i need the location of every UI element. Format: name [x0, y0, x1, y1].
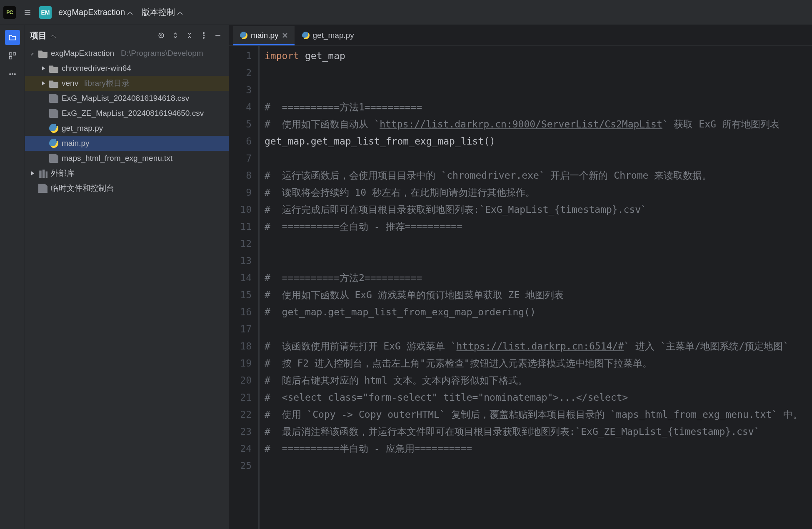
code-line[interactable]: # <select class="form-select" title="nom…	[265, 389, 812, 406]
code-line[interactable]: # ==========方法2==========	[265, 269, 812, 287]
tree-item-label: 外部库	[51, 168, 75, 179]
tree-item-label: ExG_MapList_20240816194618.csv	[62, 94, 189, 103]
project-badge: EM	[39, 6, 52, 19]
line-number: 17	[229, 321, 252, 338]
code-line[interactable]: import get_map	[265, 47, 812, 65]
line-number: 18	[229, 338, 252, 355]
folder-icon	[38, 49, 47, 58]
more-toolwin-button[interactable]	[5, 67, 20, 82]
svg-point-4	[12, 74, 13, 75]
project-toolwin-button[interactable]	[5, 30, 20, 45]
tree-folder[interactable]: chromedriver-win64	[25, 61, 229, 76]
hamburger-menu-button[interactable]	[20, 5, 35, 20]
external-libraries[interactable]: 外部库	[25, 166, 229, 181]
code-line[interactable]	[265, 252, 812, 269]
tree-file[interactable]: maps_html_from_exg_menu.txt	[25, 151, 229, 166]
gutter: 1234567891011121314151617181920212223242…	[229, 46, 258, 529]
code-line[interactable]: # 运行该函数后，会使用项目目录中的 `chromedriver.exe` 开启…	[265, 167, 812, 184]
minimize-icon	[214, 31, 222, 40]
code-line[interactable]	[265, 235, 812, 252]
tree-item-label: get_map.py	[62, 124, 103, 133]
comment: # 运行完成后即可在项目根目录获取到地图列表:`ExG_MapList_{tim…	[265, 204, 647, 215]
url-in-comment[interactable]: https://list.darkrp.cn:6514/#	[456, 341, 624, 352]
spacer	[41, 126, 46, 131]
code-line[interactable]	[265, 65, 812, 82]
code-line[interactable]: # 按 F2 进入控制台，点击左上角"元素检查"按钮进入元素选择模式选中地图下拉…	[265, 355, 812, 372]
project-root[interactable]: exgMapExtractionD:\Programs\Developm	[25, 46, 229, 61]
code-line[interactable]: # 使用 `Copy -> Copy outerHTML` 复制后，覆盖粘贴到本…	[265, 406, 812, 423]
code-line[interactable]: # 使用如下函数从 ExG 游戏菜单的预订地图菜单获取 ZE 地图列表	[265, 287, 812, 304]
url-in-comment[interactable]: https://list.darkrp.cn:9000/ServerList/C…	[380, 119, 662, 130]
scratches-and-consoles[interactable]: 临时文件和控制台	[25, 181, 229, 196]
editor-tab[interactable]: get_map.py	[295, 26, 361, 45]
project-tree[interactable]: exgMapExtractionD:\Programs\Developmchro…	[25, 46, 229, 196]
structure-icon	[8, 52, 17, 60]
code-line[interactable]	[265, 150, 812, 167]
code-body[interactable]: import get_map # ==========方法1==========…	[258, 46, 812, 529]
code-line[interactable]: # 该函数使用前请先打开 ExG 游戏菜单 `https://list.dark…	[265, 338, 812, 355]
code-line[interactable]: # 随后右键其对应的 html 文本。文本内容形似如下格式。	[265, 372, 812, 389]
line-number: 2	[229, 65, 252, 82]
tree-item-label: chromedriver-win64	[62, 64, 131, 73]
select-opened-file-button[interactable]	[155, 30, 167, 41]
code-area[interactable]: 1234567891011121314151617181920212223242…	[229, 46, 812, 529]
line-number: 5	[229, 116, 252, 133]
folder-icon	[49, 79, 58, 88]
tree-item-label: venv	[62, 79, 78, 88]
tree-file[interactable]: get_map.py	[25, 121, 229, 136]
collapse-all-button[interactable]	[184, 30, 195, 41]
tree-item-label: main.py	[62, 139, 90, 148]
vcs-menu[interactable]: 版本控制	[139, 5, 185, 20]
line-number: 8	[229, 167, 252, 184]
tree-folder[interactable]: venvlibrary根目录	[25, 76, 229, 91]
file-icon	[49, 109, 58, 118]
code-line[interactable]: get_map.get_map_list_from_exg_map_list()	[265, 133, 812, 150]
tree-file[interactable]: main.py	[25, 136, 229, 151]
tree-file[interactable]: ExG_MapList_20240816194618.csv	[25, 91, 229, 106]
chevron-icon[interactable]	[30, 51, 35, 56]
python-file-icon	[240, 32, 247, 39]
hide-toolwin-button[interactable]	[212, 30, 224, 41]
code-line[interactable]: # 读取将会持续约 10 秒左右，在此期间请勿进行其他操作。	[265, 184, 812, 201]
structure-toolwin-button[interactable]	[5, 48, 20, 63]
code-line[interactable]: # 使用如下函数自动从 `https://list.darkrp.cn:9000…	[265, 116, 812, 133]
project-selector[interactable]: exgMapExtraction	[56, 6, 135, 19]
spacer	[41, 141, 46, 146]
svg-point-9	[203, 35, 205, 36]
line-number: 21	[229, 389, 252, 406]
tree-item-label: 临时文件和控制台	[51, 183, 114, 194]
chevron-icon[interactable]	[41, 81, 46, 86]
comment: # 读取将会持续约 10 秒左右，在此期间请勿进行其他操作。	[265, 187, 535, 198]
chevron-icon[interactable]	[30, 171, 35, 176]
code-line[interactable]: # ==========半自动 - 应急用==========	[265, 440, 812, 457]
folder-icon	[8, 33, 17, 42]
code-line[interactable]: # ==========全自动 - 推荐==========	[265, 218, 812, 235]
line-number: 1	[229, 47, 252, 65]
library-icon	[38, 169, 47, 178]
code-line[interactable]: # get_map.get_map_list_from_exg_map_orde…	[265, 304, 812, 321]
python-file-icon	[302, 32, 310, 39]
code-line[interactable]: # ==========方法1==========	[265, 99, 812, 116]
code-line[interactable]: # 最后消注释该函数，并运行本文件即可在项目根目录获取到地图列表:`ExG_ZE…	[265, 423, 812, 440]
code-line[interactable]	[265, 321, 812, 338]
python-file-icon	[49, 139, 58, 148]
code-line[interactable]	[265, 457, 812, 474]
code-line[interactable]	[265, 82, 812, 99]
spacer	[30, 186, 35, 191]
line-number: 11	[229, 218, 252, 235]
tree-item-label: ExG_ZE_MapList_20240816194650.csv	[62, 109, 204, 118]
project-toolwin: 项目	[25, 25, 229, 529]
toolwin-options-button[interactable]	[198, 30, 210, 41]
editor-tab[interactable]: main.py	[233, 26, 295, 45]
tree-file[interactable]: ExG_ZE_MapList_20240816194650.csv	[25, 106, 229, 121]
chevron-down-icon[interactable]	[51, 34, 56, 39]
comment: # get_map.get_map_list_from_exg_map_orde…	[265, 307, 536, 317]
svg-point-10	[203, 37, 205, 39]
spacer	[41, 156, 46, 161]
close-tab-icon[interactable]	[282, 32, 288, 38]
chevron-icon[interactable]	[41, 66, 46, 71]
expand-all-button[interactable]	[170, 30, 181, 41]
vcs-label: 版本控制	[142, 7, 175, 18]
toolwin-header: 项目	[25, 25, 229, 46]
code-line[interactable]: # 运行完成后即可在项目根目录获取到地图列表:`ExG_MapList_{tim…	[265, 201, 812, 218]
